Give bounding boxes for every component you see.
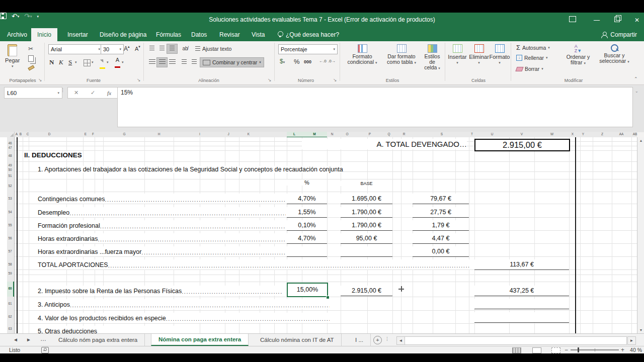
column-header-O[interactable]: O xyxy=(346,132,348,136)
clear-button[interactable]: Borrar▾ xyxy=(516,66,543,72)
conditional-formatting-button[interactable]: Formatocondicional ▾ xyxy=(344,44,380,65)
fill-color-dropdown-icon[interactable]: ▾ xyxy=(107,60,109,64)
borders-icon[interactable] xyxy=(84,59,91,66)
underline-dropdown-icon[interactable]: ▾ xyxy=(75,60,77,64)
minimize-icon[interactable]: — xyxy=(587,13,607,28)
grow-font-icon[interactable]: A▴ xyxy=(124,45,130,52)
fill-button[interactable]: ↓ Rellenar▾ xyxy=(516,55,548,61)
cell-total-aportaciones-value[interactable]: 113,67 € xyxy=(474,259,569,270)
tab-vista[interactable]: Vista xyxy=(246,28,271,41)
align-right-icon[interactable] xyxy=(167,58,177,67)
tab-revisar[interactable]: Revisar xyxy=(213,28,246,41)
hscroll-right-icon[interactable]: ► xyxy=(627,336,636,345)
ribbon-display-options-icon[interactable] xyxy=(562,13,583,28)
selected-cell-L60[interactable]: 15,00% xyxy=(287,283,328,297)
cell-row-label[interactable]: Horas extraordinarias ...fuerza mayor...… xyxy=(38,246,286,256)
cell-irpf-label[interactable]: 2. Impuesto sobre la Renta de las Person… xyxy=(38,286,282,296)
row-header-53[interactable]: 53 xyxy=(7,197,13,200)
cell-row-base[interactable]: 1.790,00 € xyxy=(341,207,392,218)
orientation-icon[interactable]: ab̸ xyxy=(180,44,190,53)
view-page-break-icon[interactable] xyxy=(551,347,560,353)
find-select-button[interactable]: Buscar yseleccionar ▾ xyxy=(597,44,632,64)
row-header-62[interactable]: 62 xyxy=(7,315,13,318)
percent-style-icon[interactable]: % xyxy=(294,58,300,65)
column-header-AA[interactable]: AA xyxy=(619,132,624,136)
sheet-nav-next-icon[interactable]: ► xyxy=(26,337,31,342)
cell-row-label[interactable]: Formación profesional...................… xyxy=(38,220,286,230)
column-header-Q[interactable]: Q xyxy=(387,132,390,136)
view-normal-icon[interactable] xyxy=(512,347,521,353)
column-header-AB[interactable]: AB xyxy=(633,132,637,136)
cell-total-aportaciones-label[interactable]: TOTAL APORTACIONES......................… xyxy=(38,259,470,269)
shrink-font-icon[interactable]: A▾ xyxy=(135,45,140,52)
new-sheet-icon[interactable]: + xyxy=(373,336,382,344)
cell-valor-especie-label[interactable]: 4. Valor de los productos recibidos en e… xyxy=(38,313,330,323)
cell-row-pct[interactable]: 4,70% xyxy=(287,194,327,204)
cell-row-amount[interactable]: 79,67 € xyxy=(413,194,469,204)
cancel-icon[interactable]: ✕ xyxy=(74,89,78,96)
font-name-combo[interactable]: Arial▾ xyxy=(48,44,103,54)
row-header-50[interactable]: 50 xyxy=(7,168,13,171)
number-dialog-launcher-icon[interactable]: ↘ xyxy=(333,77,337,82)
row-header-49[interactable]: 49 xyxy=(7,163,13,167)
column-header-Y[interactable]: Y xyxy=(582,132,584,136)
column-header-P[interactable]: P xyxy=(369,132,371,136)
cell-row-base[interactable] xyxy=(341,246,392,257)
decrease-indent-icon[interactable] xyxy=(179,58,189,67)
tab-diseno-pagina[interactable]: Diseño de página xyxy=(94,28,152,41)
column-header-F[interactable]: F xyxy=(92,132,94,136)
column-header-A[interactable]: A xyxy=(16,132,18,136)
column-header-H[interactable]: H xyxy=(158,132,160,136)
cell-section-title[interactable]: II. DEDUCCIONES xyxy=(24,151,82,159)
name-box[interactable]: L60▾ xyxy=(4,87,62,99)
align-top-icon[interactable] xyxy=(147,44,157,53)
cell-row-amount[interactable]: 4,47 € xyxy=(413,233,469,244)
sheet-tab-partial[interactable]: I ... xyxy=(348,334,371,346)
row-header-60[interactable]: 60 xyxy=(7,287,13,290)
copy-icon[interactable] xyxy=(28,55,34,62)
column-header-D[interactable]: D xyxy=(48,132,51,136)
column-header-Z[interactable]: Z xyxy=(601,132,603,136)
row-header-57[interactable]: 57 xyxy=(7,249,13,253)
tab-insertar[interactable]: Insertar xyxy=(61,28,94,41)
close-icon[interactable]: ✕ xyxy=(627,13,644,28)
row-header-59[interactable]: 59 xyxy=(7,272,13,275)
cell-row-label[interactable]: Desempleo...............................… xyxy=(38,207,286,217)
format-cells-button[interactable]: Formato▾ xyxy=(490,44,509,65)
fx-icon[interactable]: fx xyxy=(107,90,111,96)
row-headers[interactable]: 464748495051525354555657585960616263 xyxy=(7,137,15,333)
sheet-tab-calculo-nom[interactable]: Cálculo nóm paga extra entera xyxy=(51,334,145,346)
cell-row-base[interactable]: 1.695,00 € xyxy=(341,194,392,204)
column-header-E[interactable]: E xyxy=(85,132,87,136)
enter-icon[interactable]: ✓ xyxy=(91,89,95,96)
decrease-decimal-icon[interactable]: .0→ xyxy=(328,59,336,63)
hscroll-left-icon[interactable]: ◄ xyxy=(396,336,405,345)
cell-row-label[interactable]: Horas extraordinarias...................… xyxy=(38,233,286,243)
zoom-slider-thumb[interactable] xyxy=(578,347,579,352)
comma-style-icon[interactable]: 000 xyxy=(304,59,311,64)
row-header-56[interactable]: 56 xyxy=(7,236,13,240)
align-bottom-icon[interactable] xyxy=(167,44,177,53)
font-color-dropdown-icon[interactable]: ▾ xyxy=(122,60,124,64)
font-size-combo[interactable]: 30▾ xyxy=(101,44,124,54)
sheet-nav-more-icon[interactable]: … xyxy=(40,335,46,342)
number-format-combo[interactable]: Porcentaje▾ xyxy=(278,44,338,54)
sheet-tab-calculo-it[interactable]: Cálculo nómina con IT de AT xyxy=(253,334,342,346)
accounting-format-icon[interactable]: $▾ xyxy=(280,58,285,65)
cell-row-pct[interactable] xyxy=(287,246,327,257)
cell-row-pct[interactable]: 0,10% xyxy=(287,220,327,231)
row-header-55[interactable]: 55 xyxy=(7,223,13,227)
column-header-V[interactable]: V xyxy=(521,132,523,136)
zoom-out-icon[interactable]: − xyxy=(565,346,568,353)
row-header-52[interactable]: 52 xyxy=(7,184,13,188)
cell-row-amount[interactable]: 1,79 € xyxy=(413,220,469,231)
cell-anticipos-value[interactable] xyxy=(474,299,569,309)
column-header-R[interactable]: R xyxy=(403,132,406,136)
sort-filter-button[interactable]: AZ▼ Ordenar yfiltrar ▾ xyxy=(562,44,594,66)
cell-subsection-title[interactable]: 1. Aportaciones del trabajador a las cot… xyxy=(38,166,343,173)
italic-button[interactable]: K xyxy=(59,58,63,66)
alignment-dialog-launcher-icon[interactable]: ↘ xyxy=(268,77,272,82)
row-header-51[interactable]: 51 xyxy=(7,174,13,177)
row-header-46[interactable]: 46 xyxy=(7,141,13,145)
cell-irpf-base[interactable]: 2.915,00 € xyxy=(341,286,392,296)
